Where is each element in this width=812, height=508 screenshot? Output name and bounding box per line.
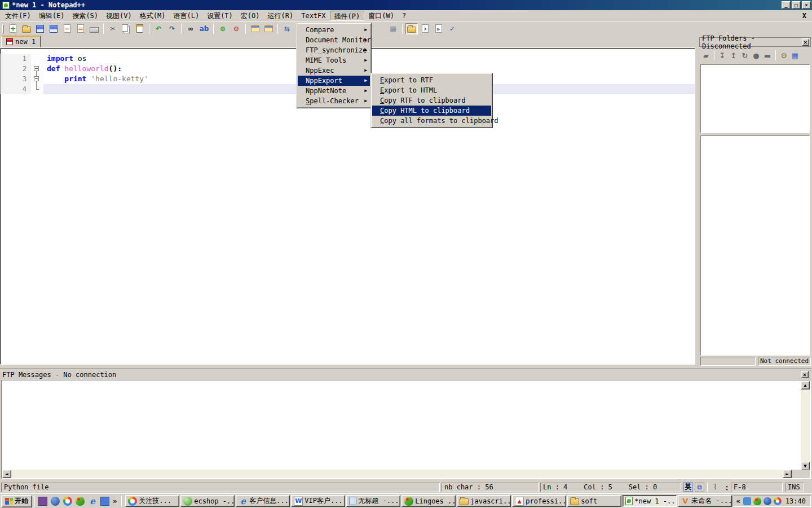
task-button-0[interactable]: 关注技... [125,495,179,507]
ime-mic-icon[interactable]: ⌇ [710,482,720,492]
menubar-item-11[interactable]: 窗口(W) [364,11,398,21]
start-button[interactable]: 开始 [1,495,32,507]
zoom-out-icon[interactable]: ⊖ [230,23,242,34]
menubar-item-4[interactable]: 格式(M) [136,11,170,21]
console-toggle-icon[interactable]: › [419,23,431,34]
ftp-folders-toggle-icon[interactable] [405,23,418,34]
ime-language-icon[interactable]: 英 [683,482,693,492]
menubar-item-9[interactable]: TextFX [297,11,329,21]
close-all-icon[interactable]: = [74,23,87,34]
plugins-menu-item-nppexport[interactable]: NppExport▶ [298,76,370,86]
refresh-icon[interactable]: ↻ [739,50,751,60]
horizontal-scrollbar[interactable] [11,470,783,478]
tray-chevron-icon[interactable]: « [736,497,740,505]
task-button-1[interactable]: ecshop -... [180,495,235,507]
find-icon[interactable]: ∞ [184,23,197,34]
chrome-icon[interactable] [63,497,72,506]
copy-icon[interactable] [120,23,133,34]
doc-switcher-icon[interactable]: ▸ [433,23,445,34]
spin-control-icon[interactable]: ▲▼ [724,483,730,492]
save-all-icon[interactable] [47,23,60,34]
sync-vertical-icon[interactable] [249,23,261,34]
settings-icon[interactable]: ⚙ [778,50,789,60]
ftp-folders-close-icon[interactable]: × [802,38,809,46]
tab-new-1[interactable]: new 1 [1,36,41,47]
redo-icon[interactable]: ↷ [166,23,178,34]
task-button-4[interactable]: 无标题 -... [346,495,400,507]
menubar-item-5[interactable]: 语言(L) [169,11,203,21]
connect-icon[interactable]: ▰ [700,50,712,60]
menubar-item-7[interactable]: 宏(O) [237,11,264,21]
plugins-menu-item-document-monitor[interactable]: Document Monitor▶ [298,35,370,45]
mail-app-icon[interactable] [100,497,109,506]
transfers-icon[interactable]: ▬ [762,50,773,60]
download-icon[interactable]: ↧ [717,50,728,60]
browser-tray-icon[interactable] [774,497,782,505]
task-button-6[interactable]: javascri... [457,495,511,507]
menubar-item-3[interactable]: 视图(V) [102,11,136,21]
task-button-7[interactable]: ▲professi... [512,495,566,507]
ftp-folder-tree[interactable] [700,64,810,133]
plugins-menu-item-nppnetnote[interactable]: NppNetNote▶ [298,86,370,96]
ftp-messages-log[interactable]: ▲ ▼ ◄ ► [1,380,811,479]
menubar-item-1[interactable]: 编辑(E) [35,11,69,21]
lingoes-tray-icon[interactable] [753,497,761,505]
messages-view-icon[interactable]: ▦ [789,50,801,60]
menubar-item-6[interactable]: 设置(T) [203,11,237,21]
restore-button[interactable]: □ [792,1,801,9]
messenger-tray-icon[interactable] [743,497,751,505]
close-file-icon[interactable]: − [61,23,73,34]
ftp-messages-close-icon[interactable]: × [801,371,809,378]
menubar-item-12[interactable]: ? [398,11,410,21]
vertical-scrollbar[interactable] [801,389,810,462]
fold-margin[interactable] [31,74,43,84]
parrot-app-icon[interactable] [76,497,85,506]
paste-icon[interactable] [134,23,146,34]
plugins-menu-item-ftp-synchronize[interactable]: FTP_synchronize▶ [298,45,370,55]
fold-margin[interactable] [31,54,43,64]
submenu-item-export-to-rtf[interactable]: Export to RTF [372,75,491,85]
menubar-item-10[interactable]: 插件(P) [330,11,365,21]
menubar-item-2[interactable]: 搜索(S) [68,11,102,21]
task-button-8[interactable]: soft [567,495,621,507]
save-icon[interactable] [34,23,46,34]
sync-horizontal-icon[interactable] [262,23,275,34]
submenu-item-copy-html-to-clipboard[interactable]: Copy HTML to clipboard [372,106,491,116]
quick-launch-overflow-icon[interactable]: » [111,497,119,505]
upload-icon[interactable]: ↥ [728,50,739,60]
doc-close-button[interactable]: X [802,12,806,20]
replace-icon[interactable]: ab [198,23,210,34]
ie-icon[interactable]: e [88,497,97,506]
task-button-9[interactable]: *new 1 -... [623,495,677,507]
word-wrap-icon[interactable]: ⇆ [281,23,293,34]
zoom-in-icon[interactable]: ⊕ [217,23,229,34]
desktop-app-icon[interactable] [38,497,47,506]
scroll-down-icon[interactable]: ▼ [801,462,810,470]
print-icon[interactable] [88,23,100,34]
submenu-item-copy-rtf-to-clipboard[interactable]: Copy RTF to clipboard [372,95,491,106]
abort-icon[interactable]: ● [751,50,762,60]
task-button-2[interactable]: e客户信息... [236,495,290,507]
submenu-item-export-to-html[interactable]: Export to HTML [372,85,491,95]
fold-collapse-icon[interactable] [34,76,39,81]
spell-check-icon[interactable]: ✓ [446,23,458,34]
fold-collapse-icon[interactable] [34,66,39,71]
new-file-icon[interactable]: + [7,23,19,34]
ftp-file-list[interactable] [700,135,810,356]
menubar-item-8[interactable]: 运行(R) [264,11,298,21]
minimize-button[interactable]: _ [782,1,791,9]
task-button-3[interactable]: WVIP客户... [291,495,345,507]
open-file-icon[interactable] [20,23,33,34]
ime-tool-icon[interactable]: ⧉ [695,482,704,492]
scroll-right-icon[interactable]: ► [783,470,792,478]
plugins-menu-item-compare[interactable]: Compare▶ [298,25,370,35]
task-button-10[interactable]: V未命名 -... [678,495,732,507]
submenu-item-copy-all-formats-to-clipboard[interactable]: Copy all formats to clipboard [372,116,491,126]
doc-map-icon[interactable]: ▦ [387,23,399,34]
close-button[interactable]: × [802,1,811,9]
scroll-left-icon[interactable]: ◄ [2,470,11,478]
network-tray-icon[interactable] [764,497,771,505]
cut-icon[interactable]: ✂ [107,23,119,34]
fold-margin[interactable] [31,64,43,74]
browser-globe-icon[interactable] [51,497,60,506]
